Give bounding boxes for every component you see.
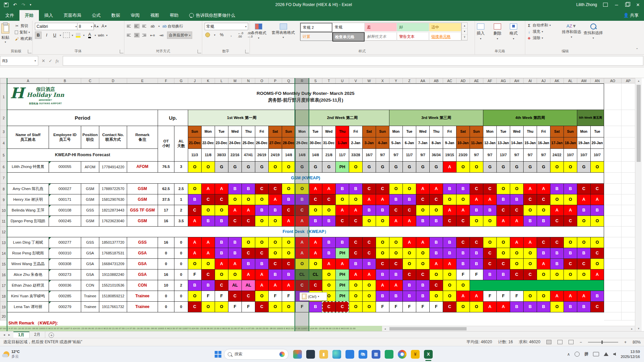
page-break-icon[interactable] <box>569 340 574 344</box>
shift-cell[interactable]: A <box>201 237 215 248</box>
staff-ot-cell[interactable]: 16 <box>158 216 174 227</box>
day-name-cell[interactable]: Sun <box>188 126 202 137</box>
staff-id-cell[interactable]: 000036 <box>49 280 81 291</box>
shift-cell[interactable]: C <box>483 248 497 259</box>
staff-col-header-4[interactable]: Remark备注 <box>127 126 158 149</box>
day-name-cell[interactable]: Fri <box>537 126 550 137</box>
shift-cell[interactable]: O <box>255 216 269 227</box>
forecast-cell[interactable]: 9/7 <box>483 148 497 162</box>
ribbon-tab-6[interactable]: 审阅 <box>125 10 145 21</box>
taskbar-icon-explorer[interactable]: ▮ <box>319 350 328 359</box>
tell-me-box[interactable]: 告诉我你想要做什么 <box>184 10 240 21</box>
shift-cell[interactable]: C <box>470 237 483 248</box>
shift-cell[interactable]: C <box>590 301 604 312</box>
shift-cell[interactable]: A <box>362 194 376 205</box>
ribbon-tab-1[interactable]: 开始 <box>19 10 39 21</box>
shift-cell[interactable]: G <box>523 161 537 173</box>
shift-cell[interactable]: G <box>228 161 242 173</box>
day-name-cell[interactable]: Thu <box>241 126 255 137</box>
shift-cell[interactable]: O <box>483 216 497 227</box>
clipboard-launcher-icon[interactable] <box>28 50 32 53</box>
shift-cell[interactable]: O <box>564 237 577 248</box>
shift-cell[interactable]: B <box>537 216 550 227</box>
shift-cell[interactable]: C <box>564 258 577 269</box>
shift-cell[interactable]: B <box>402 280 416 291</box>
date-cell[interactable]: 16-Jan <box>537 137 550 149</box>
staff-remark-cell[interactable]: GSM <box>127 194 158 205</box>
shift-cell[interactable]: O <box>349 301 363 312</box>
taskbar-icon-green-app[interactable] <box>385 350 393 359</box>
style-normal2[interactable]: 常规 2 <box>300 23 332 32</box>
insert-cells-button[interactable]: 插入▾ <box>477 21 485 40</box>
forecast-cell[interactable]: 10/7 <box>590 148 604 162</box>
day-name-cell[interactable]: Thu <box>429 126 443 137</box>
row-header-11[interactable]: 11 <box>0 216 7 227</box>
row-header-18[interactable]: 18 <box>0 291 7 302</box>
date-cell[interactable]: 1-Jan <box>335 137 349 149</box>
staff-position-cell[interactable]: Trainee <box>81 291 99 302</box>
staff-position-cell[interactable]: GSM <box>81 183 99 194</box>
shift-cell[interactable]: B <box>322 216 336 227</box>
date-cell[interactable]: 28-Dec <box>282 137 296 149</box>
borders-button[interactable] <box>63 33 70 38</box>
shift-cell[interactable]: A <box>309 183 322 194</box>
shift-cell[interactable]: B <box>577 248 591 259</box>
shift-cell[interactable]: O <box>188 161 202 173</box>
col-header-A[interactable]: A <box>7 78 49 83</box>
shift-cell[interactable]: B <box>228 237 242 248</box>
staff-al-cell[interactable]: 3 <box>174 161 188 173</box>
staff-contact-cell[interactable]: 16684731209 <box>99 258 127 269</box>
save-icon[interactable] <box>4 3 8 7</box>
normal-view-icon[interactable] <box>546 340 551 344</box>
empty-cell[interactable] <box>621 172 635 184</box>
day-name-cell[interactable]: Tue <box>590 126 604 137</box>
align-left-icon[interactable] <box>127 33 131 38</box>
staff-ot-cell[interactable]: 10 <box>158 280 174 291</box>
shift-cell[interactable]: A <box>335 258 349 269</box>
underline-button[interactable]: U <box>52 32 58 39</box>
shift-cell[interactable]: B <box>389 269 403 280</box>
shift-cell[interactable]: A <box>309 248 322 259</box>
shift-cell[interactable]: B <box>335 237 349 248</box>
shift-cell[interactable]: O <box>456 301 470 312</box>
shift-cell[interactable]: C <box>362 248 376 259</box>
taskbar-icon-browser[interactable] <box>345 350 354 359</box>
redo-icon[interactable]: ↷ <box>21 3 25 7</box>
italic-button[interactable]: I <box>44 32 50 39</box>
shift-cell[interactable]: A <box>389 280 403 291</box>
shift-cell[interactable]: C <box>268 183 282 194</box>
shift-cell[interactable]: A <box>322 183 336 194</box>
row-header-5[interactable]: 5 <box>0 148 7 162</box>
shift-cell[interactable]: B <box>282 194 296 205</box>
shift-cell[interactable]: O <box>282 183 296 194</box>
undo-icon[interactable]: ↶ <box>13 3 17 7</box>
shift-cell[interactable]: B <box>322 237 336 248</box>
col-header-D[interactable]: D <box>99 78 127 83</box>
date-cell[interactable]: 13-Jan <box>496 137 510 149</box>
shift-cell[interactable]: O <box>416 248 430 259</box>
shift-cell[interactable]: O <box>322 205 336 216</box>
shift-cell[interactable]: C <box>577 183 591 194</box>
forecast-cell[interactable]: 16/7 <box>362 148 376 162</box>
staff-al-cell[interactable]: 2 <box>174 280 188 291</box>
row-header-14[interactable]: 14 <box>0 248 7 259</box>
date-cell[interactable]: 14-Jan <box>510 137 524 149</box>
al-header[interactable]: AL天数 <box>174 126 188 162</box>
col-header-X[interactable]: X <box>376 78 389 83</box>
forecast-cell[interactable]: 9/7 <box>376 148 389 162</box>
shift-cell[interactable]: A <box>470 194 483 205</box>
shift-cell[interactable]: B <box>443 237 457 248</box>
row-header-13[interactable]: 13 <box>0 237 7 248</box>
shift-cell[interactable]: G <box>510 161 524 173</box>
tray-globe-icon[interactable] <box>575 352 580 357</box>
shift-cell[interactable]: O <box>268 248 282 259</box>
autosum-button[interactable]: Σ自动求和▾ <box>527 22 551 28</box>
row-header-8[interactable]: 8 <box>0 183 7 194</box>
shift-cell[interactable]: B <box>496 194 510 205</box>
shift-cell[interactable]: O <box>255 194 269 205</box>
row-header-3[interactable]: 3 <box>0 126 7 137</box>
shift-cell[interactable]: A <box>268 280 282 291</box>
shift-cell[interactable]: C <box>496 258 510 269</box>
col-header-AC[interactable]: AC <box>443 78 457 83</box>
shift-cell[interactable]: O <box>362 216 376 227</box>
